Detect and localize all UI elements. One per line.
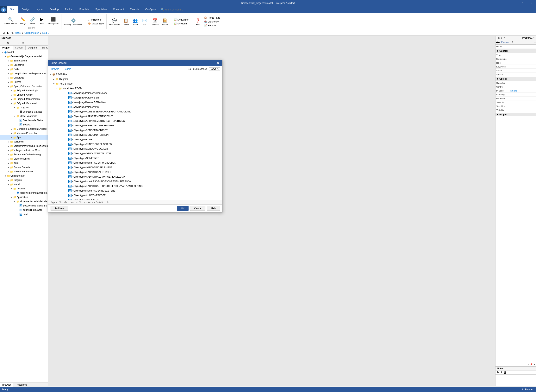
tree-item-sport[interactable]: ▶ 📁 Sport xyxy=(0,135,48,140)
tree-item-bestuur[interactable]: ▶ 📁 Bestuur en Ondersteuning xyxy=(0,152,48,157)
tree-item-volksgezondheid[interactable]: ▶ 📁 Volksgezondheid en Milieu xyxy=(0,148,48,152)
tree-item-bouwstijl-2[interactable]: C bouwstijl: Bouwstijl xyxy=(0,208,48,212)
tree-item-beschermde-be[interactable]: C Beschermde status: Be xyxy=(0,204,48,208)
mail-button[interactable]: ✉️ Mail xyxy=(140,17,149,27)
dialog-list-item[interactable]: C «Objecttype»LIGPLAATS xyxy=(48,198,222,200)
tree-item-beschermde-status[interactable]: C Beschermde Status xyxy=(0,118,48,122)
dialog-list-item[interactable]: C «Objecttype»BEGROEID TERREINDEEL xyxy=(48,123,222,128)
calendar-button[interactable]: 📅 Calendar xyxy=(150,17,160,27)
ok-button[interactable]: OK xyxy=(177,206,189,211)
tree-item-model-voorbeeld[interactable]: ▼ 📁 Model Voorbeeld xyxy=(0,114,48,118)
tab-develop[interactable]: Develop xyxy=(46,6,62,13)
libraries-button[interactable]: 📚 Libraries ▾ xyxy=(203,20,221,23)
tree-item-componenten[interactable]: ▼ 📁 Componenten xyxy=(0,174,48,178)
tree-item-ruimte[interactable]: ▶ 📁 Ruimte xyxy=(0,80,48,84)
tree-item-actoren[interactable]: ▼ 📁 Actoren xyxy=(0,187,48,191)
tab-configure[interactable]: Configure xyxy=(142,6,159,13)
tab-project[interactable]: Project xyxy=(0,46,13,50)
italic-button[interactable]: I xyxy=(500,371,503,374)
dialog-list-item[interactable]: C «Verwijzing»PersoonBSN xyxy=(48,95,222,100)
dialog-list-item[interactable]: C «Objecttype»FUNCTIONEEL GEBIED xyxy=(48,142,222,147)
workspaces-button[interactable]: ⬛ Workspaces xyxy=(47,15,60,25)
tree-item-burgerzaken[interactable]: ▶ 📁 Burgerzaken xyxy=(0,59,48,63)
dialog-list-item[interactable]: C «Objecttype»KADASTRALE ONROERENDE ZAAK… xyxy=(48,184,222,188)
tab-publish[interactable]: Publish xyxy=(62,6,76,13)
tab-context[interactable]: Context xyxy=(13,46,26,50)
design-button[interactable]: ✏️ Design xyxy=(19,15,28,25)
dialog-list-item[interactable]: C «Objecttype»GEBOUWD OBJECT xyxy=(48,147,222,151)
tree-item-gemeentelijk[interactable]: ▼ 📁 Gemeentelijk Gegevensmodel xyxy=(0,54,48,59)
props-next-btn[interactable]: ▶ xyxy=(498,41,500,44)
visual-style-button[interactable]: 🎨 Visual Style xyxy=(87,22,105,25)
tree-item-erfgoed-archief[interactable]: ▶ 📁 Erfgoed: Archief xyxy=(0,93,48,97)
dialog-list-item[interactable]: C «Objecttype»APPARTEMENTSRECHT xyxy=(48,114,222,119)
tree-item-generieke[interactable]: ▶ 📁 Generieke Entiteiten Erfgoed xyxy=(0,127,48,131)
breadcrumb-componenten[interactable]: Componenten xyxy=(24,32,39,34)
props-general-section[interactable]: ▼ General xyxy=(495,49,536,53)
dialog-list-item[interactable]: C «Objecttype»KUNSTWERKDEEL xyxy=(48,193,222,198)
my-kanban-button[interactable]: 📊 My Kanban xyxy=(173,18,190,22)
tree-item-pand[interactable]: C pand xyxy=(0,212,48,216)
dialog-list-item[interactable]: C «Objecttype»GEBOUWINSTALLATIE xyxy=(48,151,222,156)
tree-item-veiligheid[interactable]: ▶ 📁 Veiligheid xyxy=(0,140,48,144)
register-button[interactable]: 📝 Register xyxy=(203,24,221,27)
tree-item-onderwijs[interactable]: ▶ 📁 Onderwijs xyxy=(0,76,48,80)
review-button[interactable]: 📋 Review xyxy=(121,17,130,27)
breadcrumb-mod[interactable]: Mod... xyxy=(42,32,49,34)
dialog-list-item[interactable]: C «Objecttype Import RSGB»INGEZETENE xyxy=(48,188,222,193)
back-button[interactable]: ◀ xyxy=(2,31,5,35)
working-preferences-button[interactable]: ⚙️ Working Preferences xyxy=(63,17,83,27)
props-pin-btn[interactable]: 📌 xyxy=(530,363,533,366)
tree-item-monumenten-admin[interactable]: ▼ 📁 Monumenten administratie xyxy=(0,199,48,204)
dialog-list-item[interactable]: C «Objecttype»ADRESSEERBAAR OBJECT AANDU… xyxy=(48,109,222,114)
props-close-btn[interactable]: ✕ xyxy=(503,37,505,39)
tab-design[interactable]: Design xyxy=(18,6,32,13)
dialog-list-item[interactable]: C «Objecttype»GEMEENTE xyxy=(48,156,222,160)
notes-content[interactable] xyxy=(495,374,536,386)
dialog-list-item[interactable]: C «Objecttype Import RSGB»HUISHOUDEN xyxy=(48,160,222,165)
my-gantt-button[interactable]: 📊 My Gantt xyxy=(173,22,190,25)
fullscreen-button[interactable]: ⛶ FullScreen xyxy=(87,18,105,22)
tree-item-comp-model[interactable]: ▼ 📁 Model xyxy=(0,182,48,187)
props-down-btn[interactable]: ▼ xyxy=(527,363,530,366)
tree-item-erfgoed-archeologie[interactable]: ▶ 📁 Erfgoed: Archeologie xyxy=(0,89,48,93)
tab-simulate[interactable]: Simulate xyxy=(76,6,92,13)
dialog-list-item[interactable]: C «Objecttype»INRICHTINGSELEMENT xyxy=(48,165,222,170)
up-button[interactable]: ↑ xyxy=(11,41,15,45)
dialog-list-item[interactable]: C «Verwijzing»PersoonBSNenNaw xyxy=(48,100,222,105)
tab-diagram[interactable]: Diagram xyxy=(26,46,39,50)
tree-item-leerplicht[interactable]: ▶ 📁 Leerplicht en Leerlingenvervoer xyxy=(0,71,48,76)
journal-button[interactable]: 📔 Journal xyxy=(161,17,169,27)
tree-item-sport-cultuur[interactable]: ▼ 📁 Sport, Cultuur en Recreatie xyxy=(0,84,48,89)
namespace-select[interactable]: <any> xyxy=(209,67,220,71)
list-item-rsgb-model[interactable]: ▼ 📁 RSGB Model xyxy=(48,81,222,86)
tree-item-model[interactable]: ▼ ◉ Model xyxy=(0,50,48,54)
tab-execute[interactable]: Execute xyxy=(127,6,142,13)
find-command-input[interactable] xyxy=(165,8,200,11)
tree-item-verkeer[interactable]: ▶ 📁 Verkeer en Vervoer xyxy=(0,169,48,174)
props-collapse-btn[interactable]: ◀◀ xyxy=(497,37,500,39)
dialog-list-item[interactable]: C «Objecttype»BENOEMD OBJECT xyxy=(48,128,222,133)
bottom-tab-browser[interactable]: Browser xyxy=(0,383,13,387)
help-footer-button[interactable]: Help xyxy=(207,206,220,211)
share-button[interactable]: 🔗 Share xyxy=(28,15,37,25)
tree-item-museum[interactable]: ▶ 📁 Museum Prinsenhof xyxy=(0,131,48,135)
dialog-list-item[interactable]: C «Objecttype»KADASTRALE ONROERENDE ZAAK xyxy=(48,174,222,179)
run-button[interactable]: ▶ Run xyxy=(38,15,46,25)
forward-button[interactable]: ▶ xyxy=(6,31,10,35)
dialog-list-item[interactable]: C «Objecttype»BENOEMD TERREIN xyxy=(48,133,222,137)
tree-item-kern[interactable]: ▶ 📁 Kern xyxy=(0,161,48,165)
cancel-button[interactable]: Cancel xyxy=(190,206,205,211)
tree-item-vergunning[interactable]: ▶ 📁 Vergunningverlening, Toezicht en... xyxy=(0,144,48,148)
dialog-list-item[interactable]: C «Objecttype»BUURT xyxy=(48,137,222,142)
tab-specialize[interactable]: Specialize xyxy=(92,6,110,13)
minimize-button[interactable]: – xyxy=(509,0,518,6)
props-options-btn[interactable]: ≡ xyxy=(534,41,536,43)
tree-item-erfgoed-voorbeeld[interactable]: ▼ 📁 Erfgoed: Voorbeeld xyxy=(0,101,48,105)
tab-construct[interactable]: Construct xyxy=(110,6,127,13)
list-item-rsgbplus[interactable]: ▶ 📦 RSGBPlus xyxy=(48,72,222,77)
app-icon[interactable]: ⊕ xyxy=(0,6,7,13)
tree-item-medewerker[interactable]: 👤 Medewerker Monumenten... xyxy=(0,191,48,195)
dialog-list-item[interactable]: C «Verwijzing»PersoonAlleenNaam xyxy=(48,91,222,95)
team-button[interactable]: 👥 Team xyxy=(131,17,139,27)
